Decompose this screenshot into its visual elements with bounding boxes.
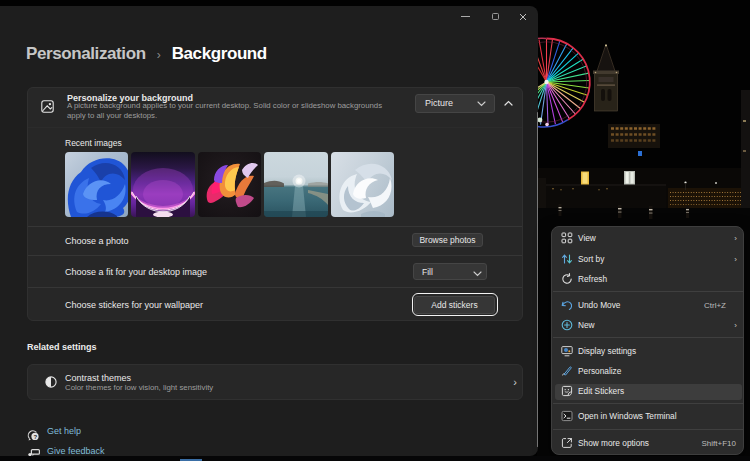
svg-text:?: ? [34,434,38,440]
